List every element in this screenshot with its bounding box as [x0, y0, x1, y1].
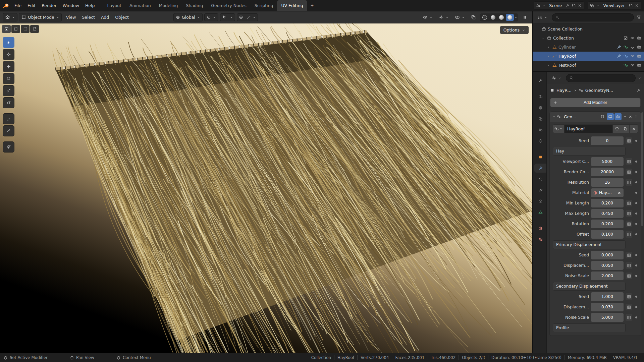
- properties-tab-particles[interactable]: [534, 175, 546, 184]
- animate-decorator[interactable]: [634, 223, 638, 225]
- workspace-tab-layout[interactable]: Layout: [103, 0, 125, 11]
- menu-file[interactable]: File: [11, 2, 24, 9]
- geometry-nodes-icon[interactable]: [624, 45, 628, 49]
- input-attribute-toggle[interactable]: [626, 210, 632, 217]
- outliner-item-label[interactable]: Collection: [553, 36, 622, 41]
- shading-material-preview[interactable]: [497, 14, 505, 21]
- outliner-item-scene-collection[interactable]: Scene Collection: [533, 24, 644, 34]
- collapse-icon[interactable]: [552, 115, 555, 118]
- visibility-dropdown[interactable]: [421, 13, 435, 21]
- filter-icon[interactable]: [636, 15, 641, 20]
- modifier-subpanel-profile[interactable]: Profile: [553, 323, 626, 332]
- shading-rendered[interactable]: [506, 14, 514, 21]
- unlink-scene-icon[interactable]: [578, 3, 582, 8]
- snap-options-dropdown[interactable]: [228, 14, 235, 21]
- prop-value-field-seed[interactable]: 0: [591, 136, 624, 145]
- gizmos-toggle[interactable]: [437, 13, 451, 21]
- animate-decorator[interactable]: [634, 140, 638, 142]
- modifier-subpanel-primary-displacement[interactable]: Primary Displacement: [553, 240, 626, 249]
- input-attribute-toggle[interactable]: [626, 262, 632, 269]
- properties-tab-modifiers[interactable]: [534, 164, 546, 173]
- select-extend-button[interactable]: [11, 25, 20, 33]
- shading-wireframe[interactable]: [481, 14, 489, 21]
- new-node-group-button[interactable]: [621, 124, 630, 133]
- tool-annotate[interactable]: [3, 113, 14, 124]
- blender-logo-icon[interactable]: [2, 3, 10, 9]
- breadcrumb-modifier[interactable]: GeometryN...: [585, 88, 613, 93]
- properties-tab-render[interactable]: [534, 92, 546, 101]
- geometry-nodes-blue-icon[interactable]: [624, 54, 628, 58]
- realtime-toggle[interactable]: [607, 113, 614, 120]
- modifier-subpanel-hay[interactable]: Hay: [553, 147, 626, 156]
- viewlayer-selector[interactable]: ViewLayer: [588, 1, 641, 10]
- eye-icon[interactable]: [630, 63, 635, 67]
- camera-icon[interactable]: [637, 63, 641, 67]
- delete-modifier-icon[interactable]: [628, 115, 633, 119]
- transform-orientation-select[interactable]: Global: [173, 13, 203, 21]
- proportional-falloff-dropdown[interactable]: [245, 14, 258, 21]
- input-attribute-toggle[interactable]: [626, 293, 632, 300]
- eye-icon[interactable]: [630, 54, 635, 58]
- modifier-subpanel-secondary-displacement[interactable]: Secondary Displacement: [553, 282, 626, 291]
- properties-tab-constraints[interactable]: [534, 197, 546, 206]
- outliner-item-label[interactable]: TestRoof: [558, 63, 622, 68]
- viewport-menu-add[interactable]: Add: [98, 13, 112, 21]
- outliner-item-hayroof[interactable]: HayRoof: [533, 52, 644, 61]
- viewport-menu-select[interactable]: Select: [79, 13, 98, 21]
- edit-mode-toggle[interactable]: [599, 113, 606, 120]
- expander-icon[interactable]: [541, 37, 545, 40]
- outliner-item-label[interactable]: Cylinder: [558, 45, 615, 50]
- unlink-node-group-button[interactable]: [630, 124, 638, 133]
- input-attribute-toggle[interactable]: [626, 231, 632, 238]
- shading-solid[interactable]: [489, 14, 497, 21]
- options-button[interactable]: Options: [500, 26, 529, 34]
- animate-decorator[interactable]: [634, 296, 638, 298]
- animate-decorator[interactable]: [634, 275, 638, 277]
- outliner-item-testroof[interactable]: TestRoof: [533, 61, 644, 70]
- new-viewlayer-icon[interactable]: [629, 3, 633, 8]
- prop-value-field-displacem---[interactable]: 0.050: [591, 261, 624, 270]
- prop-value-field-rotation[interactable]: 0.200: [591, 220, 624, 228]
- prop-value-field-noise-scale[interactable]: 2.000: [591, 272, 624, 280]
- animate-decorator[interactable]: [634, 233, 638, 235]
- prop-value-field-resolution[interactable]: 16: [591, 178, 624, 187]
- snap-toggle[interactable]: [220, 14, 228, 21]
- workspace-tab-modeling[interactable]: Modeling: [155, 0, 182, 11]
- properties-tab-texture[interactable]: [534, 235, 546, 244]
- shading-dropdown-icon[interactable]: [514, 16, 518, 19]
- animate-decorator[interactable]: [634, 192, 638, 194]
- outliner-item-label[interactable]: Scene Collection: [548, 26, 640, 32]
- tool-transform[interactable]: [3, 97, 14, 108]
- outliner-item-collection[interactable]: Collection: [533, 34, 644, 43]
- prop-value-field-render-co---[interactable]: 20000: [591, 168, 624, 176]
- eye-icon[interactable]: [630, 36, 635, 40]
- animate-decorator[interactable]: [634, 202, 638, 204]
- expander-icon[interactable]: [546, 55, 551, 58]
- select-subtract-button[interactable]: [21, 25, 30, 33]
- camera-icon[interactable]: [637, 54, 641, 58]
- scene-name[interactable]: Scene: [547, 3, 564, 8]
- animate-decorator[interactable]: [634, 264, 638, 266]
- prop-value-field-material[interactable]: Hay....: [591, 188, 624, 197]
- viewport-3d[interactable]: Options: [0, 23, 532, 353]
- input-attribute-toggle[interactable]: [626, 221, 632, 227]
- input-attribute-toggle[interactable]: [626, 200, 632, 206]
- pin-icon[interactable]: [636, 88, 641, 93]
- remove-viewlayer-icon[interactable]: [635, 3, 639, 8]
- modifier-wrench-icon[interactable]: [617, 54, 621, 58]
- input-attribute-toggle[interactable]: [626, 304, 632, 310]
- animate-decorator[interactable]: [634, 161, 638, 163]
- tool-tweak-select[interactable]: [3, 37, 14, 48]
- viewport-menu-object[interactable]: Object: [112, 13, 132, 21]
- properties-tab-output[interactable]: [534, 103, 546, 112]
- outliner-item-cylinder[interactable]: Cylinder: [533, 43, 644, 52]
- animate-decorator[interactable]: [634, 171, 638, 173]
- prop-value-field-seed[interactable]: 0.000: [591, 251, 624, 259]
- unlink-material-icon[interactable]: [617, 191, 622, 195]
- add-modifier-button[interactable]: Add Modifier: [550, 98, 641, 107]
- animate-decorator[interactable]: [634, 306, 638, 308]
- eye-closed-icon[interactable]: [630, 45, 635, 49]
- properties-editor-type-select[interactable]: [549, 74, 564, 82]
- menu-window[interactable]: Window: [60, 2, 82, 9]
- scrollbar[interactable]: [641, 112, 643, 226]
